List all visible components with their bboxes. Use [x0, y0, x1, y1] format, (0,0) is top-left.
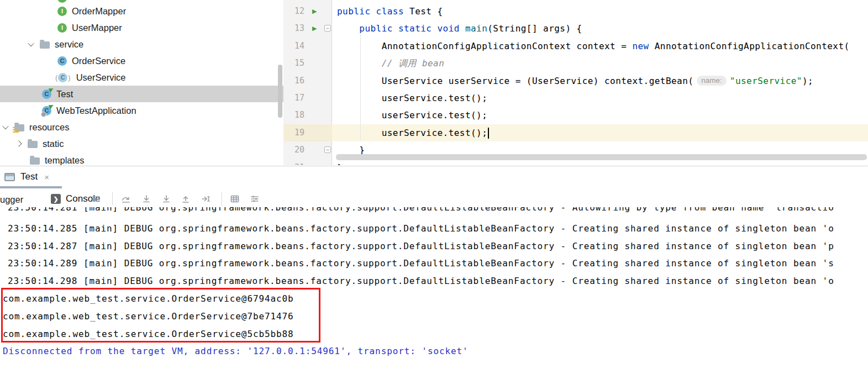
console-line: 23:50:14.281 [main] DEBUG org.springfram… — [8, 207, 834, 215]
tree-item-label: service — [55, 39, 83, 50]
tree-item-label: static — [43, 139, 64, 149]
tree-item-usermapper[interactable]: IUserMapper — [0, 19, 283, 36]
run-arrow-icon[interactable]: ▶ — [312, 3, 320, 20]
class-run-icon: C — [42, 90, 51, 99]
tree-item-label: Test — [56, 89, 73, 99]
console-line: Disconnected from the target VM, address… — [3, 346, 469, 357]
tree-item-static[interactable]: static — [0, 135, 283, 152]
fold-marker-icon[interactable]: − — [324, 146, 331, 153]
tree-item-templates[interactable]: templates — [0, 152, 283, 166]
folder-icon — [28, 140, 38, 148]
run-arrow-icon[interactable]: ▶ — [312, 20, 320, 37]
class-paren-icon: (C) — [55, 73, 71, 82]
chevron-right-icon[interactable] — [14, 140, 23, 148]
console-line: 23:50:14.298 [main] DEBUG org.springfram… — [8, 276, 834, 287]
tree-item-webtestapplication[interactable]: CWebTestApplication — [0, 102, 283, 119]
parameter-hint: name: — [697, 76, 727, 86]
code-line-18[interactable]: userService.test(); — [337, 107, 487, 124]
tree-item-label: templates — [45, 155, 85, 166]
tree-item-resources[interactable]: resources — [0, 119, 283, 135]
interface-icon: I — [57, 23, 67, 33]
line-number: 16 — [283, 72, 304, 90]
line-number: 12 — [283, 3, 304, 20]
line-number: 18 — [283, 107, 304, 124]
folder-icon — [40, 40, 50, 49]
tree-item-test[interactable]: CTest — [0, 86, 283, 102]
project-tree: IOrderMapperIUserMapperserviceCOrderServ… — [0, 0, 283, 166]
chevron-down-icon[interactable] — [27, 40, 35, 49]
line-number: 20 — [283, 141, 304, 159]
code-line-14[interactable]: AnnotationConfigApplicationContext conte… — [337, 38, 850, 55]
indent-guide — [360, 34, 361, 140]
code-line-17[interactable]: userService.test(); — [337, 90, 487, 107]
tree-item-ordermapper[interactable]: IOrderMapper — [0, 3, 283, 19]
tree-item-label: UserService — [76, 72, 126, 83]
line-number: 21 — [283, 159, 304, 165]
highlight-annotation-box — [1, 288, 320, 343]
class-icon: C — [57, 56, 67, 66]
tree-item-label: OrderMapper — [72, 6, 126, 17]
code-line-12[interactable]: public class Test { — [337, 3, 443, 20]
line-number: 17 — [283, 90, 304, 107]
chevron-down-icon[interactable] — [1, 123, 9, 131]
line-number: 13 — [283, 20, 304, 37]
console-line: 23:50:14.287 [main] DEBUG org.springfram… — [8, 241, 834, 252]
console-line: 23:50:14.285 [main] DEBUG org.springfram… — [8, 223, 834, 234]
folder-icon — [30, 156, 40, 165]
code-line-13[interactable]: public static void main(String[] args) { — [337, 20, 582, 37]
tree-scrollbar-thumb[interactable] — [278, 65, 282, 118]
class-run-badge-icon: C — [42, 106, 51, 115]
tree-item-label: UserMapper — [72, 23, 122, 33]
console-line: 23:50:14.289 [main] DEBUG org.springfram… — [8, 258, 834, 269]
interface-icon: I — [57, 7, 67, 16]
code-editor[interactable]: 12▶public class Test {13▶− public static… — [283, 0, 868, 165]
line-number: 15 — [283, 55, 304, 72]
line-number: 19 — [283, 124, 304, 141]
tree-item-userservice[interactable]: (C)UserService — [0, 69, 283, 86]
fold-marker-icon[interactable]: − — [324, 25, 331, 31]
tree-item-service[interactable]: service — [0, 36, 283, 52]
tree-item-orderservice[interactable]: COrderService — [0, 52, 283, 69]
tree-item-label: resources — [29, 122, 69, 133]
tree-item-label: OrderService — [72, 56, 125, 66]
code-line-16[interactable]: UserService userService = (UserService) … — [337, 72, 813, 90]
run-tool-window: Test × ugger ❯ Console 23:50:14.281 [mai… — [0, 166, 868, 379]
console-output: 23:50:14.281 [main] DEBUG org.springfram… — [0, 166, 868, 379]
code-line-15[interactable]: // 调用 bean — [337, 55, 444, 72]
editor-hscrollbar-thumb[interactable] — [336, 154, 867, 160]
folder-resources-icon — [14, 123, 24, 131]
text-caret — [488, 128, 489, 139]
tree-item-label: WebTestApplication — [56, 106, 136, 116]
line-number: 14 — [283, 38, 304, 55]
